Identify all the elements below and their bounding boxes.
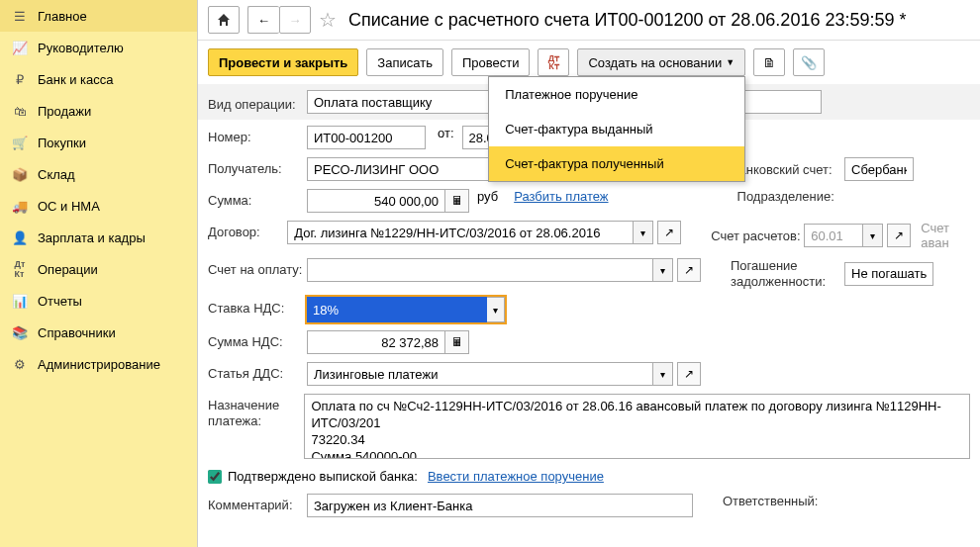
back-button[interactable]: ←	[247, 6, 279, 34]
bank-input[interactable]	[844, 157, 914, 181]
confirmed-checkbox[interactable]	[208, 470, 222, 484]
home-icon: ☰	[12, 8, 28, 24]
sidebar-item-bank[interactable]: ₽Банк и касса	[0, 63, 197, 95]
dds-input[interactable]	[307, 362, 653, 386]
settlement-open-icon[interactable]: ↗	[887, 224, 911, 247]
vat-sum-label: Сумма НДС:	[208, 330, 307, 349]
advance-acc-label: Счет аван	[921, 221, 970, 250]
contract-label: Договор:	[208, 221, 287, 239]
enter-po-link[interactable]: Ввести платежное поручение	[428, 469, 604, 484]
vat-rate-input[interactable]	[307, 297, 487, 322]
bank-label: Банковский счет:	[731, 162, 844, 177]
ruble-icon: ₽	[12, 71, 28, 87]
home-button[interactable]	[208, 6, 240, 34]
purpose-textarea[interactable]	[304, 394, 970, 459]
sidebar-item-salary[interactable]: 👤Зарплата и кадры	[0, 222, 197, 253]
truck-icon: 🚚	[12, 198, 28, 214]
invoice-open-icon[interactable]: ↗	[677, 258, 701, 282]
report-icon: 📊	[12, 293, 28, 309]
sidebar-item-purchases[interactable]: 🛒Покупки	[0, 127, 197, 158]
sidebar-item-sales[interactable]: 🛍Продажи	[0, 95, 197, 127]
sidebar-item-main[interactable]: ☰Главное	[0, 0, 197, 32]
vat-rate-dropdown-icon[interactable]: ▾	[487, 297, 505, 322]
create-based-dropdown: Платежное поручение Счет-фактура выданны…	[488, 76, 745, 182]
post-and-close-button[interactable]: Провести и закрыть	[208, 48, 358, 76]
sidebar-item-refs[interactable]: 📚Справочники	[0, 317, 197, 348]
dds-open-icon[interactable]: ↗	[677, 362, 701, 386]
gear-icon: ⚙	[12, 356, 28, 372]
contract-open-icon[interactable]: ↗	[657, 221, 681, 244]
contract-input[interactable]	[287, 221, 634, 244]
payee-label: Получатель:	[208, 157, 307, 176]
dds-dropdown-icon[interactable]: ▾	[653, 362, 673, 386]
invoice-input[interactable]	[307, 258, 653, 282]
invoice-dropdown-icon[interactable]: ▾	[653, 258, 673, 282]
repay-label: Погашение задолженности:	[731, 258, 844, 289]
post-button[interactable]: Провести	[451, 48, 531, 76]
sidebar-item-operations[interactable]: ДтКтОперации	[0, 253, 197, 285]
attach-button[interactable]: 📎	[793, 48, 825, 76]
toolbar: Провести и закрыть Записать Провести ДᴛК…	[198, 41, 980, 84]
dd-item-invoice-issued[interactable]: Счет-фактура выданный	[489, 112, 744, 146]
forward-button[interactable]: →	[279, 6, 311, 34]
comment-label: Комментарий:	[208, 494, 307, 512]
dtkt-button[interactable]: ДᴛКᴛ	[538, 48, 569, 76]
sidebar-item-warehouse[interactable]: 📦Склад	[0, 158, 197, 190]
vat-sum-input[interactable]	[307, 330, 445, 354]
sidebar: ☰Главное 📈Руководителю ₽Банк и касса 🛍Пр…	[0, 0, 198, 547]
main-panel: ← → ☆ Списание с расчетного счета ИТ00-0…	[198, 0, 980, 547]
box-icon: 📦	[12, 166, 28, 182]
op-type-label: Вид операции:	[208, 93, 307, 112]
dd-item-payment-order[interactable]: Платежное поручение	[489, 77, 744, 112]
comment-input[interactable]	[307, 494, 693, 517]
dd-item-invoice-received[interactable]: Счет-фактура полученный	[489, 146, 744, 181]
sidebar-item-assets[interactable]: 🚚ОС и НМА	[0, 190, 197, 222]
dept-label: Подразделение:	[737, 189, 851, 204]
settlement-acc-input	[804, 224, 863, 247]
favorite-star-icon[interactable]: ☆	[319, 8, 337, 32]
invoice-label: Счет на оплату:	[208, 258, 307, 277]
record-button[interactable]: Записать	[366, 48, 443, 76]
purpose-label: Назначение платежа:	[208, 394, 304, 428]
create-based-button[interactable]: Создать на основании ▼	[577, 48, 745, 76]
number-input[interactable]	[307, 126, 426, 149]
settlement-acc-label: Счет расчетов:	[711, 228, 804, 243]
sidebar-item-admin[interactable]: ⚙Администрирование	[0, 348, 197, 380]
sidebar-item-manager[interactable]: 📈Руководителю	[0, 32, 197, 63]
book-icon: 📚	[12, 324, 28, 340]
chart-icon: 📈	[12, 40, 28, 55]
cart-icon: 🛒	[12, 135, 28, 150]
vat-rate-label: Ставка НДС:	[208, 297, 307, 316]
chevron-down-icon: ▼	[726, 57, 735, 67]
page-title: Списание с расчетного счета ИТ00-001200 …	[348, 10, 906, 31]
person-icon: 👤	[12, 229, 28, 245]
repay-input[interactable]	[844, 262, 933, 286]
confirmed-label: Подтверждено выпиской банка:	[228, 469, 418, 484]
settlement-dd-icon[interactable]: ▾	[863, 224, 883, 247]
dtkt-icon: ДтКт	[12, 261, 28, 277]
currency-label: руб	[477, 189, 498, 204]
calc-icon[interactable]: 🖩	[445, 189, 469, 213]
dds-label: Статья ДДС:	[208, 362, 307, 381]
split-payment-link[interactable]: Разбить платеж	[514, 189, 608, 204]
number-label: Номер:	[208, 126, 307, 144]
from-label: от:	[438, 126, 454, 140]
header-bar: ← → ☆ Списание с расчетного счета ИТ00-0…	[198, 0, 980, 41]
bag-icon: 🛍	[12, 103, 28, 119]
contract-dropdown-icon[interactable]: ▾	[634, 221, 653, 244]
sum-input[interactable]	[307, 189, 445, 213]
sum-label: Сумма:	[208, 189, 307, 208]
vat-calc-icon[interactable]: 🖩	[445, 330, 469, 354]
sidebar-item-reports[interactable]: 📊Отчеты	[0, 285, 197, 317]
responsible-label: Ответственный:	[723, 494, 836, 508]
report-button[interactable]: 🗎	[753, 48, 785, 76]
